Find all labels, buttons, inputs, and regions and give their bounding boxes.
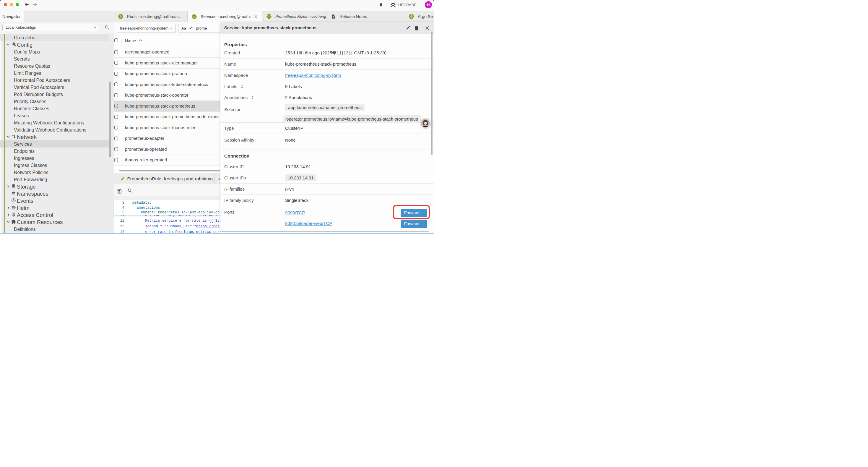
svg-text:HELM: HELM: [12, 207, 15, 208]
